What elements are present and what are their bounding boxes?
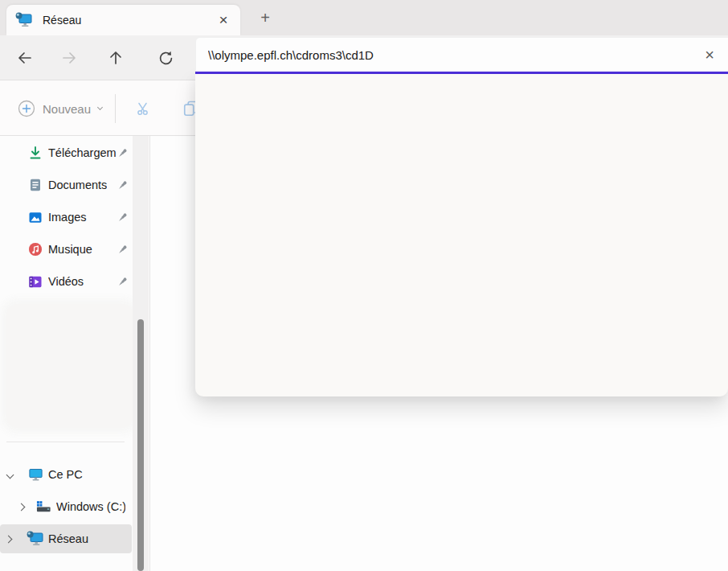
videos-icon xyxy=(28,275,43,289)
pin-icon xyxy=(117,276,129,288)
music-icon xyxy=(28,242,43,257)
sidebar-section-divider xyxy=(6,442,125,442)
new-item-label: Nouveau xyxy=(43,102,91,116)
pin-icon xyxy=(117,212,129,224)
chevron-right-icon[interactable] xyxy=(6,536,11,542)
address-bar: × xyxy=(195,37,728,72)
computer-icon xyxy=(28,467,43,482)
pin-icon xyxy=(117,244,129,256)
sidebar-item-label: Vidéos xyxy=(48,275,84,288)
sidebar-item-label: Windows (C:) xyxy=(56,500,125,513)
sidebar-item-windows-c[interactable]: Windows (C:) xyxy=(0,492,132,521)
tab-close-icon[interactable]: × xyxy=(213,10,234,31)
images-icon xyxy=(28,211,43,224)
sidebar-item-videos[interactable]: Vidéos xyxy=(0,267,132,296)
download-icon xyxy=(28,146,43,160)
up-arrow-icon xyxy=(107,49,125,67)
file-explorer-window: Réseau × + xyxy=(0,0,728,571)
pane-divider xyxy=(149,136,150,571)
tab-strip: Réseau × + xyxy=(0,0,728,35)
back-button[interactable] xyxy=(13,46,37,70)
tab-label: Réseau xyxy=(43,14,213,27)
sidebar-scrollbar-thumb[interactable] xyxy=(137,319,144,571)
sidebar-item-telechargements[interactable]: Téléchargem xyxy=(0,138,132,167)
navigation-pane: Téléchargem Documents xyxy=(0,136,133,571)
sidebar-item-label: Musique xyxy=(48,243,92,256)
up-button[interactable] xyxy=(104,46,128,70)
scissors-icon xyxy=(135,101,151,117)
sidebar-item-reseau[interactable]: Réseau xyxy=(0,524,132,553)
clear-address-icon[interactable]: × xyxy=(696,41,723,68)
sidebar-item-label: Documents xyxy=(48,179,107,191)
sidebar-item-label: Téléchargem xyxy=(48,146,117,159)
drive-icon xyxy=(36,500,51,513)
sidebar-item-label: Ce PC xyxy=(48,468,83,481)
sidebar-item-images[interactable]: Images xyxy=(0,203,132,232)
network-drive-icon xyxy=(15,12,33,28)
pin-icon xyxy=(117,179,129,191)
back-arrow-icon xyxy=(16,49,34,67)
address-input[interactable] xyxy=(196,38,696,72)
sidebar-item-label: Images xyxy=(48,211,87,224)
cut-button[interactable] xyxy=(129,94,157,123)
chevron-right-icon[interactable] xyxy=(18,504,24,510)
documents-icon xyxy=(28,178,43,192)
pin-icon xyxy=(117,147,129,159)
forward-arrow-icon xyxy=(60,49,78,67)
refresh-button[interactable] xyxy=(153,46,178,70)
sidebar-item-musique[interactable]: Musique xyxy=(0,235,132,264)
forward-button[interactable] xyxy=(57,46,81,70)
plus-circle-icon xyxy=(18,100,35,117)
sidebar-scrollbar-track[interactable] xyxy=(133,136,149,571)
tab-reseau[interactable]: Réseau × xyxy=(6,5,240,35)
chevron-down-icon xyxy=(97,105,103,110)
new-item-button[interactable]: Nouveau xyxy=(10,94,110,123)
toolbar-divider xyxy=(115,94,116,123)
address-suggestion-panel xyxy=(195,74,728,396)
sidebar-item-documents[interactable]: Documents xyxy=(0,170,132,199)
sidebar-item-ce-pc[interactable]: Ce PC xyxy=(0,460,132,489)
network-icon xyxy=(27,531,44,547)
sidebar-item-label: Réseau xyxy=(48,532,88,545)
fading-tooltip-remnant xyxy=(6,304,133,428)
address-focus-underline xyxy=(195,72,728,74)
refresh-icon xyxy=(157,50,174,67)
chevron-down-icon[interactable] xyxy=(7,472,13,478)
new-tab-button[interactable]: + xyxy=(252,6,278,29)
